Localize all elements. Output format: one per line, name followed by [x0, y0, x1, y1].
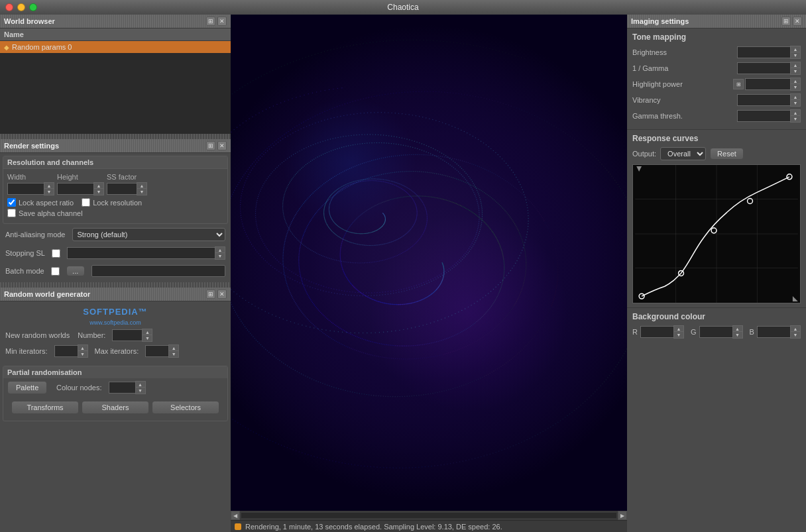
gamma-thresh-input[interactable]: 0.0	[737, 110, 790, 122]
b-input[interactable]: 0.1	[757, 326, 790, 338]
g-input[interactable]: 0.1	[699, 326, 732, 338]
colour-nodes-spinner-btns[interactable]: ▲ ▼	[135, 381, 146, 394]
colour-nodes-spinner[interactable]: 8 ▲ ▼	[109, 381, 146, 394]
min-up[interactable]: ▲	[78, 345, 87, 351]
curve-canvas[interactable]	[632, 164, 801, 303]
r-down[interactable]: ▼	[674, 332, 683, 338]
scroll-track-h[interactable]	[241, 513, 616, 518]
max-up[interactable]: ▲	[169, 345, 178, 351]
gamma-up[interactable]: ▲	[791, 62, 800, 68]
gamma-thresh-spinner-btns[interactable]: ▲ ▼	[790, 109, 801, 123]
horizontal-scrollbar[interactable]: ◀ ▶	[231, 511, 627, 520]
r-input-area[interactable]: 0.1 ▲ ▼	[640, 325, 684, 339]
gamma-thresh-value-area[interactable]: 0.0 ▲ ▼	[737, 109, 801, 123]
max-down[interactable]: ▼	[169, 351, 178, 357]
b-spinner-btns[interactable]: ▲ ▼	[790, 325, 801, 339]
brightness-spinner-btns[interactable]: ▲ ▼	[790, 46, 801, 59]
imaging-icons[interactable]: ⊞ ✕	[781, 17, 802, 26]
palette-button[interactable]: Palette	[7, 381, 47, 394]
gamma-input[interactable]: 3.6	[737, 62, 790, 74]
height-up[interactable]: ▲	[94, 183, 103, 189]
number-input[interactable]: 1	[112, 329, 142, 341]
ss-down[interactable]: ▼	[137, 189, 146, 195]
colour-nodes-down[interactable]: ▼	[136, 388, 145, 394]
b-up[interactable]: ▲	[791, 326, 800, 332]
random-generator-expand-icon[interactable]: ⊞	[206, 290, 215, 299]
gamma-value-area[interactable]: 3.6 ▲ ▼	[737, 62, 801, 75]
r-up[interactable]: ▲	[674, 326, 683, 332]
brightness-down[interactable]: ▼	[791, 52, 800, 58]
aa-select[interactable]: Strong (default)	[72, 228, 226, 241]
g-spinner-btns[interactable]: ▲ ▼	[732, 325, 743, 339]
close-button[interactable]	[5, 3, 13, 11]
batch-dots-button[interactable]: ...	[66, 266, 85, 276]
height-down[interactable]: ▼	[94, 189, 103, 195]
min-spinner-btns[interactable]: ▲ ▼	[78, 345, 88, 358]
render-settings-icons[interactable]: ⊞ ✕	[206, 141, 227, 150]
min-input[interactable]: 3	[54, 345, 78, 357]
number-spinner[interactable]: 1 ▲ ▼	[112, 329, 152, 342]
b-input-area[interactable]: 0.1 ▲ ▼	[757, 325, 801, 339]
stopping-checkbox[interactable]	[52, 249, 60, 258]
scroll-right-arrow[interactable]: ▶	[618, 511, 627, 520]
number-spinner-btns[interactable]: ▲ ▼	[142, 329, 152, 342]
world-browser-icons[interactable]: ⊞ ✕	[206, 17, 227, 26]
height-input[interactable]: 620	[57, 183, 93, 195]
save-alpha-checkbox[interactable]	[7, 209, 16, 217]
batch-checkbox[interactable]	[51, 267, 60, 276]
output-select[interactable]: Overall	[660, 147, 706, 160]
gamma-thresh-down[interactable]: ▼	[791, 116, 800, 122]
width-spinner[interactable]: 560 ▲ ▼	[7, 182, 54, 195]
brightness-input[interactable]: 4.0	[737, 46, 790, 58]
g-up[interactable]: ▲	[733, 326, 742, 332]
random-generator-close-icon[interactable]: ✕	[217, 290, 227, 299]
g-down[interactable]: ▼	[733, 332, 742, 338]
g-input-area[interactable]: 0.1 ▲ ▼	[699, 325, 743, 339]
world-item[interactable]: ◆ Random params 0	[0, 41, 231, 53]
ss-up[interactable]: ▲	[137, 183, 146, 189]
selectors-button[interactable]: Selectors	[152, 401, 219, 414]
scroll-left-arrow[interactable]: ◀	[231, 511, 240, 520]
vibrancy-down[interactable]: ▼	[791, 100, 800, 106]
batch-path-input[interactable]: .	[91, 265, 225, 277]
vibrancy-up[interactable]: ▲	[791, 94, 800, 100]
width-down[interactable]: ▼	[44, 189, 54, 195]
height-spinner[interactable]: 620 ▲ ▼	[57, 182, 104, 195]
brightness-up[interactable]: ▲	[791, 46, 800, 52]
gamma-thresh-up[interactable]: ▲	[791, 110, 800, 116]
world-browser-expand-icon[interactable]: ⊞	[206, 17, 215, 26]
max-spinner[interactable]: 5 ▲ ▼	[145, 345, 179, 358]
minimize-button[interactable]	[17, 3, 25, 11]
stopping-down[interactable]: ▼	[215, 253, 225, 259]
highlight-icon[interactable]: ⊞	[733, 79, 744, 89]
ss-input[interactable]: 2	[107, 183, 137, 195]
width-up[interactable]: ▲	[44, 183, 54, 189]
min-spinner[interactable]: 3 ▲ ▼	[54, 345, 88, 358]
number-up[interactable]: ▲	[143, 329, 152, 335]
height-spinner-btns[interactable]: ▲ ▼	[93, 182, 104, 195]
shaders-button[interactable]: Shaders	[82, 401, 149, 414]
r-spinner-btns[interactable]: ▲ ▼	[673, 325, 684, 339]
vibrancy-input[interactable]: 1.0	[737, 94, 790, 106]
max-input[interactable]: 5	[145, 345, 168, 357]
stopping-up[interactable]: ▲	[215, 247, 225, 253]
vibrancy-value-area[interactable]: 1.0 ▲ ▼	[737, 93, 801, 107]
width-input[interactable]: 560	[7, 183, 44, 195]
highlight-down[interactable]: ▼	[791, 84, 800, 90]
max-spinner-btns[interactable]: ▲ ▼	[168, 345, 179, 358]
highlight-value-area[interactable]: ⊞ 0.003 ▲ ▼	[733, 78, 801, 91]
colour-nodes-up[interactable]: ▲	[136, 382, 145, 388]
stopping-input[interactable]: 16.00	[67, 247, 215, 259]
highlight-input[interactable]: 0.003	[745, 78, 790, 90]
transforms-button[interactable]: Transforms	[11, 401, 79, 414]
lock-aspect-checkbox[interactable]	[7, 198, 16, 207]
imaging-expand-icon[interactable]: ⊞	[781, 17, 791, 26]
window-controls[interactable]	[5, 3, 37, 11]
ss-spinner-btns[interactable]: ▲ ▼	[137, 182, 147, 195]
stopping-spinner-btns[interactable]: ▲ ▼	[215, 246, 225, 260]
random-generator-icons[interactable]: ⊞ ✕	[206, 290, 227, 299]
vibrancy-spinner-btns[interactable]: ▲ ▼	[790, 93, 801, 107]
gamma-down[interactable]: ▼	[791, 68, 800, 74]
b-down[interactable]: ▼	[791, 332, 800, 338]
highlight-up[interactable]: ▲	[791, 78, 800, 84]
